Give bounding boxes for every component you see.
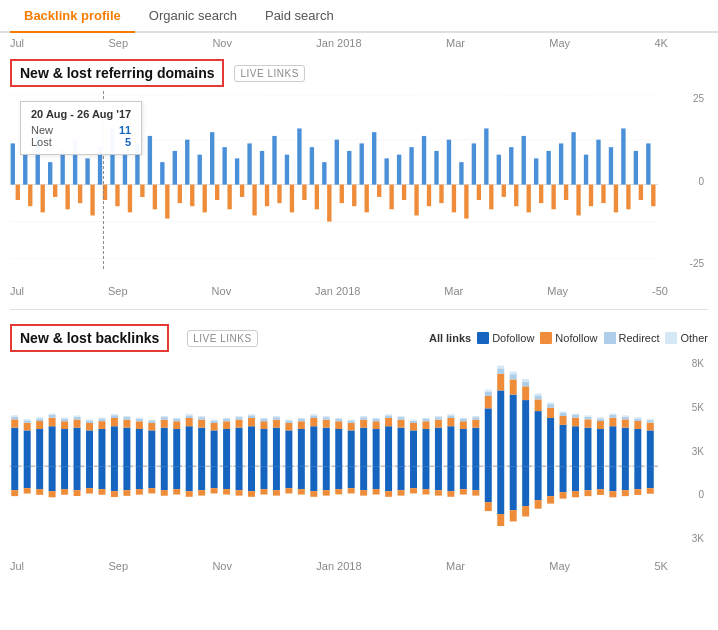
x-axis-mid: Jul Sep Nov Jan 2018 Mar May -50: [0, 281, 718, 301]
x-label-sep: Sep: [108, 37, 128, 49]
x-axis-top: Jul Sep Nov Jan 2018 Mar May 4K: [0, 33, 718, 53]
x-label-nov: Nov: [212, 37, 232, 49]
section2-title: New & lost backlinks: [10, 324, 169, 352]
x3-label-may: May: [549, 560, 570, 572]
chart2-y-axis: 8K 5K 3K 0 3K: [658, 356, 708, 546]
legend-nofollow-label: Nofollow: [555, 332, 597, 344]
chart1-y-axis: 25 0 -25: [658, 91, 708, 271]
legend: All links Dofollow Nofollow Redirect Oth…: [429, 332, 708, 344]
x3-label-jan: Jan 2018: [316, 560, 361, 572]
tooltip1: 20 Aug - 26 Aug '17 New 11 Lost 5: [20, 101, 142, 155]
y2-5k: 5K: [692, 402, 704, 413]
y1-n25: -25: [690, 258, 704, 269]
legend-redirect-label: Redirect: [619, 332, 660, 344]
x-label-jul: Jul: [10, 37, 24, 49]
x2-label-50: -50: [652, 285, 668, 297]
x-label-mar: Mar: [446, 37, 465, 49]
x2-label-sep: Sep: [108, 285, 128, 297]
tabs-container: Backlink profile Organic search Paid sea…: [0, 0, 718, 33]
legend-nofollow-dot: [540, 332, 552, 344]
x3-label-jul: Jul: [10, 560, 24, 572]
section1-header: New & lost referring domains LIVE LINKS: [10, 59, 708, 87]
legend-dofollow-dot: [477, 332, 489, 344]
chart2-container: 8K 5K 3K 0 3K: [10, 356, 708, 546]
legend-dofollow: Dofollow: [477, 332, 534, 344]
legend-other-dot: [665, 332, 677, 344]
y2-3k: 3K: [692, 446, 704, 457]
y1-25: 25: [693, 93, 704, 104]
x-label-jan: Jan 2018: [316, 37, 361, 49]
chart1-container: 20 Aug - 26 Aug '17 New 11 Lost 5 25 0 -…: [10, 91, 708, 271]
tab-backlink-profile[interactable]: Backlink profile: [10, 0, 135, 31]
x2-label-jul: Jul: [10, 285, 24, 297]
chart2-area: [10, 356, 658, 546]
all-links-label: All links: [429, 332, 471, 344]
x-label-4k: 4K: [654, 37, 667, 49]
x2-label-nov: Nov: [212, 285, 232, 297]
legend-other-label: Other: [680, 332, 708, 344]
section-divider: [10, 309, 708, 310]
x-label-may: May: [549, 37, 570, 49]
legend-redirect-dot: [604, 332, 616, 344]
section2: New & lost backlinks LIVE LINKS All link…: [0, 318, 718, 556]
x-axis-bottom: Jul Sep Nov Jan 2018 Mar May 5K: [0, 556, 718, 576]
legend-other: Other: [665, 332, 708, 344]
x3-label-nov: Nov: [212, 560, 232, 572]
tooltip1-new-value: 11: [119, 124, 131, 136]
tooltip1-lost-value: 5: [125, 136, 131, 148]
tooltip1-date: 20 Aug - 26 Aug '17: [31, 108, 131, 120]
tab-organic-search[interactable]: Organic search: [135, 0, 251, 31]
section1-live-badge[interactable]: LIVE LINKS: [234, 65, 304, 82]
tooltip1-row-new: New 11: [31, 124, 131, 136]
legend-nofollow: Nofollow: [540, 332, 597, 344]
section1: New & lost referring domains LIVE LINKS …: [0, 53, 718, 281]
tooltip1-row-lost: Lost 5: [31, 136, 131, 148]
tab-bar: Backlink profile Organic search Paid sea…: [0, 0, 718, 33]
y1-0: 0: [698, 176, 704, 187]
section2-header: New & lost backlinks LIVE LINKS All link…: [10, 324, 708, 352]
x2-label-may: May: [547, 285, 568, 297]
legend-dofollow-label: Dofollow: [492, 332, 534, 344]
chart2-canvas: [10, 356, 658, 546]
chart1-area: 20 Aug - 26 Aug '17 New 11 Lost 5: [10, 91, 658, 271]
x2-label-jan: Jan 2018: [315, 285, 360, 297]
x3-label-sep: Sep: [108, 560, 128, 572]
section2-live-badge[interactable]: LIVE LINKS: [187, 330, 257, 347]
tab-paid-search[interactable]: Paid search: [251, 0, 348, 31]
section1-title: New & lost referring domains: [10, 59, 224, 87]
x2-label-mar: Mar: [444, 285, 463, 297]
y2-n3k: 3K: [692, 533, 704, 544]
x3-label-mar: Mar: [446, 560, 465, 572]
tooltip1-new-label: New: [31, 124, 53, 136]
legend-redirect: Redirect: [604, 332, 660, 344]
y2-0: 0: [698, 489, 704, 500]
y2-8k: 8K: [692, 358, 704, 369]
tooltip1-lost-label: Lost: [31, 136, 52, 148]
x3-label-5k: 5K: [654, 560, 667, 572]
